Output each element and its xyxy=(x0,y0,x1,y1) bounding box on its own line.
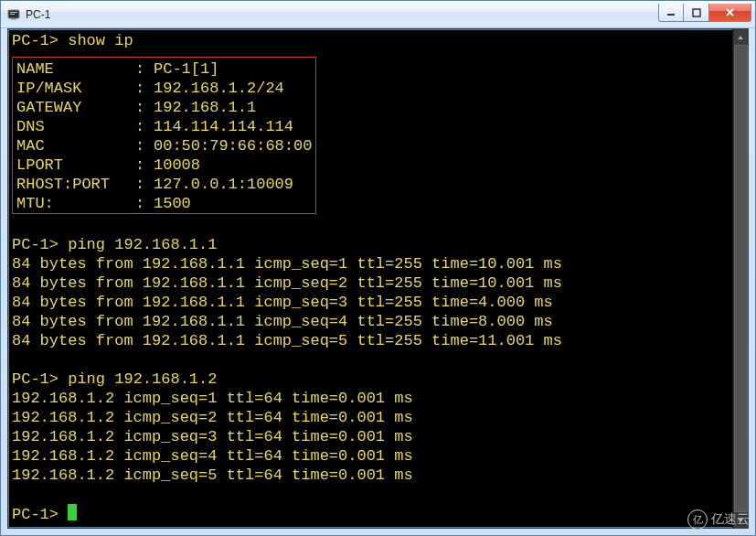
cursor xyxy=(68,504,77,520)
scrollbar[interactable] xyxy=(732,29,748,528)
scroll-track[interactable] xyxy=(734,45,748,512)
ip-row: RHOST:PORT:127.0.0.1:10009 xyxy=(16,175,312,194)
app-icon xyxy=(6,7,21,22)
svg-rect-2 xyxy=(10,14,15,15)
ip-config-box: NAME:PC-1[1]IP/MASK:192.168.1.2/24GATEWA… xyxy=(12,57,316,214)
ip-row: LPORT:10008 xyxy=(16,155,312,175)
svg-rect-4 xyxy=(667,14,675,16)
command-text: show ip xyxy=(68,32,133,49)
ip-row: IP/MASK:192.168.1.2/24 xyxy=(16,79,312,98)
command-text: ping 192.168.1.1 xyxy=(68,236,217,253)
command-text: ping 192.168.1.2 xyxy=(68,370,217,388)
window-title: PC-1 xyxy=(26,8,658,21)
ping-output-line: 192.168.1.2 icmp_seq=1 ttl=64 time=0.001… xyxy=(12,390,413,407)
ping-output-line: 84 bytes from 192.168.1.1 icmp_seq=1 ttl… xyxy=(12,255,562,273)
prompt: PC-1> xyxy=(12,370,59,388)
terminal[interactable]: PC-1> show ip NAME:PC-1[1]IP/MASK:192.16… xyxy=(8,29,732,528)
close-button[interactable] xyxy=(709,4,751,22)
minimize-button[interactable] xyxy=(658,4,684,22)
scroll-thumb[interactable] xyxy=(734,45,748,512)
window-controls xyxy=(658,4,751,22)
ip-row: MAC:00:50:79:66:68:00 xyxy=(16,136,312,155)
ping-output-line: 84 bytes from 192.168.1.1 icmp_seq=4 ttl… xyxy=(12,313,553,330)
prompt: PC-1> xyxy=(12,506,59,523)
ping-output-line: 84 bytes from 192.168.1.1 icmp_seq=2 ttl… xyxy=(12,274,562,292)
prompt: PC-1> xyxy=(12,236,59,253)
ip-row: NAME:PC-1[1] xyxy=(16,59,312,79)
ip-row: GATEWAY:192.168.1.1 xyxy=(16,98,312,117)
ip-row: DNS:114.114.114.114 xyxy=(16,117,312,136)
svg-rect-5 xyxy=(693,9,700,16)
ping-output-line: 84 bytes from 192.168.1.1 icmp_seq=3 ttl… xyxy=(12,294,553,311)
ip-row: MTU::1500 xyxy=(16,194,312,213)
scroll-down-button[interactable] xyxy=(734,512,748,528)
ping-output-line: 192.168.1.2 icmp_seq=2 ttl=64 time=0.001… xyxy=(12,409,413,426)
titlebar[interactable]: PC-1 xyxy=(1,1,755,28)
scroll-up-button[interactable] xyxy=(734,29,748,45)
prompt: PC-1> xyxy=(12,32,59,49)
svg-rect-1 xyxy=(10,12,17,13)
ping-output-line: 84 bytes from 192.168.1.1 icmp_seq=5 ttl… xyxy=(12,332,562,349)
client-area: PC-1> show ip NAME:PC-1[1]IP/MASK:192.16… xyxy=(7,28,749,529)
ping-output-line: 192.168.1.2 icmp_seq=3 ttl=64 time=0.001… xyxy=(12,428,413,445)
svg-rect-3 xyxy=(11,18,16,20)
ping-output-line: 192.168.1.2 icmp_seq=4 ttl=64 time=0.001… xyxy=(12,447,413,465)
app-window: PC-1 PC-1> show ip NAME:PC-1[1]IP/MASK:1… xyxy=(0,0,756,536)
maximize-button[interactable] xyxy=(684,4,709,22)
ping-output-line: 192.168.1.2 icmp_seq=5 ttl=64 time=0.001… xyxy=(12,466,413,484)
